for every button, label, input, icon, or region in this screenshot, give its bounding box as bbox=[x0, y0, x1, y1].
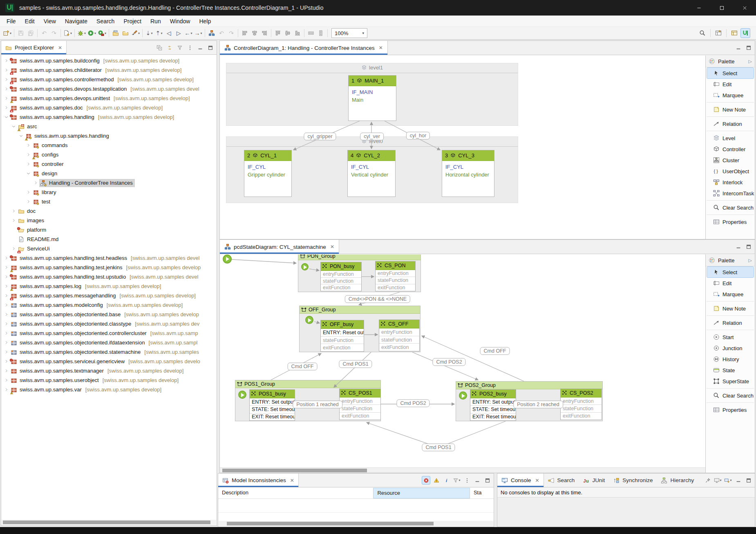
palette-item-controller[interactable]: Controller bbox=[707, 144, 754, 154]
chevron-right-icon[interactable] bbox=[3, 275, 10, 279]
palette-header[interactable]: Palette▷ bbox=[706, 255, 755, 266]
forward-button[interactable]: →▾ bbox=[193, 28, 203, 38]
chevron-right-icon[interactable] bbox=[3, 350, 10, 354]
column-header-resource[interactable]: Resource bbox=[373, 488, 470, 498]
tab-junit[interactable]: JuJUnit bbox=[579, 474, 609, 487]
palette-item-select[interactable]: Select bbox=[707, 267, 754, 277]
tree-item[interactable]: configs bbox=[1, 150, 217, 159]
tree-item[interactable]: swiss.avm.up.samples.userobject[swiss.av… bbox=[1, 375, 217, 385]
tree-item[interactable]: swiss.avm.up.samples.objectoriented.stat… bbox=[1, 347, 217, 357]
back-button[interactable]: ←▾ bbox=[183, 28, 193, 38]
palette-item-junction[interactable]: Junction bbox=[707, 343, 754, 353]
state-function-row[interactable]: stateFunction bbox=[379, 336, 419, 344]
tab-state-diagram[interactable]: pcdStateDiagram: CYL_statemachine ✕ bbox=[220, 240, 339, 254]
state-function-row[interactable]: entryFunction bbox=[321, 271, 361, 277]
undo-button[interactable]: ↶ bbox=[39, 28, 49, 38]
chevron-right-icon[interactable] bbox=[3, 96, 10, 100]
menu-navigate[interactable]: Navigate bbox=[60, 18, 92, 25]
maximize-button[interactable] bbox=[744, 476, 753, 485]
controller-node-CYL_1[interactable]: 2CYL_1IF_CYLGripper cylinder bbox=[244, 150, 292, 197]
chevron-right-icon[interactable] bbox=[10, 209, 17, 213]
warning-filter-button[interactable] bbox=[432, 476, 441, 485]
chevron-down-icon[interactable] bbox=[18, 134, 25, 138]
chevron-right-icon[interactable] bbox=[3, 378, 10, 382]
state-function-row[interactable]: entryFunction bbox=[561, 398, 602, 404]
edge-label-cyl_ver[interactable]: cyl_ver bbox=[360, 133, 384, 141]
menu-run[interactable]: Run bbox=[146, 18, 166, 25]
new-wizard-button[interactable]: ▾ bbox=[2, 28, 12, 38]
minimize-button[interactable] bbox=[196, 43, 204, 52]
palette-item-marquee[interactable]: Marquee bbox=[707, 289, 754, 299]
palette-item-start[interactable]: Start bbox=[707, 332, 754, 342]
maximize-button[interactable] bbox=[744, 44, 753, 52]
zoom-select[interactable]: 100%▾ bbox=[331, 28, 367, 38]
info-filter-button[interactable]: i bbox=[442, 476, 451, 485]
chevron-right-icon[interactable] bbox=[3, 313, 10, 316]
palette-item-new-note[interactable]: New Note bbox=[707, 303, 754, 314]
vertical-sash[interactable] bbox=[494, 473, 497, 527]
state-function-row[interactable]: exitFunction bbox=[376, 284, 415, 291]
transition-label-pos1_reached[interactable]: Position 1 reached bbox=[293, 401, 342, 409]
align-top-button[interactable] bbox=[273, 28, 283, 38]
filter-button[interactable] bbox=[175, 43, 184, 52]
palette-item-intercomtask[interactable]: IntercomTask bbox=[707, 188, 754, 199]
palette-item-marquee[interactable]: Marquee bbox=[707, 90, 754, 101]
close-icon[interactable]: ✕ bbox=[290, 478, 294, 483]
close-icon[interactable]: ✕ bbox=[379, 45, 383, 51]
state-function-row[interactable]: entryFunction bbox=[340, 398, 380, 404]
palette-item-properties[interactable]: Properties bbox=[707, 217, 754, 227]
align-center-button[interactable] bbox=[250, 28, 259, 38]
chevron-right-icon[interactable] bbox=[3, 256, 10, 260]
tab-project-explorer[interactable]: Project Explorer ✕ bbox=[1, 41, 67, 54]
state-function-row[interactable]: ENTRY: Reset output bbox=[321, 329, 364, 336]
tree-item[interactable]: swiss.avm.up.samples.handling.test.jenki… bbox=[1, 263, 217, 272]
controller-node-CYL_3[interactable]: 3CYL_3IF_CYLHorizontal cylinder bbox=[442, 150, 494, 197]
tree-item[interactable]: design bbox=[1, 169, 217, 178]
open-resource-button[interactable] bbox=[121, 28, 130, 38]
minimize-button[interactable] bbox=[734, 476, 743, 485]
annotations-button[interactable]: ⇡▾ bbox=[154, 28, 164, 38]
initial-state[interactable] bbox=[238, 391, 246, 399]
run-button[interactable]: ▾ bbox=[87, 28, 97, 38]
chevron-right-icon[interactable] bbox=[3, 68, 10, 72]
view-menu-button[interactable] bbox=[463, 476, 471, 485]
maximize-button[interactable] bbox=[744, 243, 753, 251]
palette-item-properties[interactable]: Properties bbox=[707, 404, 754, 415]
state-function-row[interactable]: stateFunction bbox=[340, 404, 380, 412]
match-width-button[interactable] bbox=[306, 28, 316, 38]
tree-item[interactable]: swiss.avm.up.samples.devops.unittest[swi… bbox=[1, 94, 217, 103]
problems-horizontal-scrollbar[interactable] bbox=[219, 521, 493, 526]
tree-item[interactable]: swiss.avm.up.samples.messagehandling[swi… bbox=[1, 291, 217, 300]
tree-item[interactable]: swiss.avm.up.samples.handling.test.upstu… bbox=[1, 272, 217, 282]
close-icon[interactable]: ✕ bbox=[535, 478, 539, 483]
minimize-button[interactable] bbox=[734, 243, 743, 251]
state-function-row[interactable]: exitFunction bbox=[340, 412, 380, 420]
state-function-row[interactable]: ENTRY: Set output bbox=[250, 398, 295, 405]
minimize-button[interactable] bbox=[734, 44, 743, 52]
chevron-right-icon[interactable] bbox=[10, 219, 17, 222]
close-icon[interactable]: ✕ bbox=[330, 244, 334, 250]
tree-item[interactable]: swiss.avm.up.samples.textmanager[swiss.a… bbox=[1, 366, 217, 375]
palette-item-clear-search[interactable]: Clear Search bbox=[707, 202, 754, 213]
tree-item[interactable]: swiss.avm.up.samples.controllermethod[sw… bbox=[1, 75, 217, 84]
perspective-upstudio-button[interactable] bbox=[740, 28, 750, 38]
scrollbar-thumb[interactable] bbox=[3, 521, 210, 524]
scrollbar-thumb[interactable] bbox=[222, 469, 367, 472]
minimize-button[interactable] bbox=[473, 476, 481, 485]
initial-state[interactable] bbox=[223, 255, 232, 264]
tree-item[interactable]: README.md bbox=[1, 235, 217, 244]
format-brush-button[interactable]: ▾ bbox=[130, 28, 141, 38]
display-console-button[interactable]: ▾ bbox=[714, 476, 722, 485]
state-function-row[interactable]: STATE: Set timeout bbox=[470, 405, 516, 413]
tree-item[interactable]: swiss.avm.up.samples.devops.testapplicat… bbox=[1, 84, 217, 94]
tree-item[interactable]: images bbox=[1, 216, 217, 225]
scrollbar-thumb[interactable] bbox=[227, 522, 434, 525]
transition-label-cmd_pos1_b[interactable]: Cmd POS1 bbox=[422, 444, 455, 451]
palette-item-new-note[interactable]: New Note bbox=[707, 104, 754, 115]
palette-item-relation[interactable]: Relation bbox=[707, 118, 754, 129]
tree-item[interactable]: ServiceUi bbox=[1, 244, 217, 253]
palette-item-select[interactable]: Select bbox=[707, 68, 754, 78]
tree-item[interactable]: Handling - ControllerTree Instances bbox=[1, 178, 217, 188]
transition-label-cmd_pos2_a[interactable]: Cmd POS2 bbox=[432, 358, 465, 366]
column-header-description[interactable]: Description bbox=[218, 488, 373, 498]
